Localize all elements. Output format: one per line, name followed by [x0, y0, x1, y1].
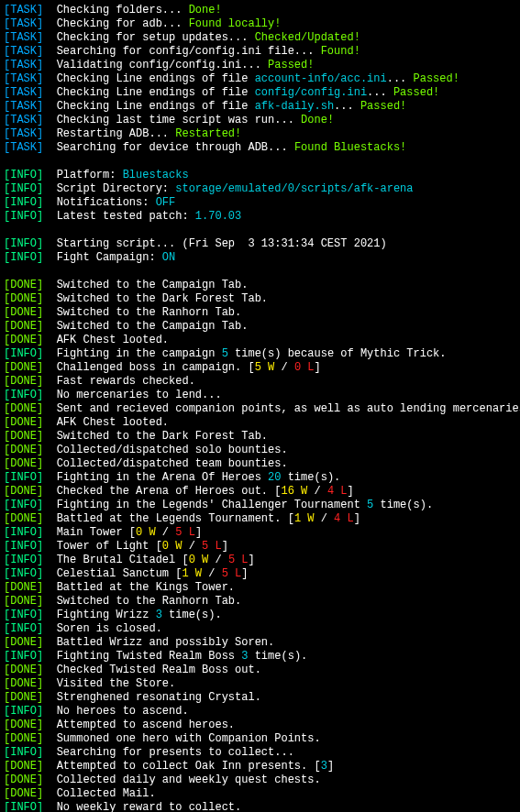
log-text: ...	[367, 86, 393, 99]
log-text: /	[307, 485, 327, 498]
log-tag: [INFO]	[4, 554, 43, 566]
log-text: account-info/acc.ini	[255, 72, 387, 85]
log-text: 0 W	[136, 526, 156, 539]
log-tag: [INFO]	[4, 567, 43, 580]
log-line: [INFO] Platform: Bluestacks	[4, 169, 516, 182]
log-line: [DONE] Attempted to ascend heroes.	[4, 719, 516, 732]
log-tag: [INFO]	[4, 540, 43, 553]
log-text: Switched to the Ranhorn Tab.	[57, 595, 242, 608]
log-text: /	[156, 526, 176, 539]
log-text: time(s).	[373, 499, 433, 511]
log-text: Bluestacks	[123, 169, 189, 181]
log-text: Searching for config/config.ini file...	[57, 45, 321, 58]
log-tag: [DONE]	[4, 485, 43, 498]
log-tag: [INFO]	[4, 196, 43, 209]
log-tag: [INFO]	[4, 210, 43, 223]
log-text: Restarted!	[175, 127, 241, 140]
log-text: Tower of Light [	[57, 540, 162, 553]
log-text: Searching for device through ADB...	[57, 141, 294, 154]
log-line: [TASK] Restarting ADB... Restarted!	[4, 127, 516, 141]
log-line: [INFO] Fighting Twisted Realm Boss 3 tim…	[4, 650, 516, 664]
log-tag: [DONE]	[4, 306, 43, 319]
log-text: Validating config/config.ini...	[57, 59, 268, 71]
log-tag: [DONE]	[4, 787, 43, 800]
log-text: Collected Mail.	[57, 787, 156, 800]
log-text: ]	[248, 554, 254, 566]
log-text: ]	[222, 540, 228, 553]
log-tag: [DONE]	[4, 691, 43, 704]
log-tag: [DONE]	[4, 416, 43, 429]
log-line: [DONE] Summoned one hero with Companion …	[4, 732, 516, 746]
log-text: Latest tested patch:	[57, 210, 195, 223]
log-text: Main Tower [	[57, 526, 136, 539]
log-line: [TASK] Validating config/config.ini... P…	[4, 59, 516, 72]
log-text: time(s).	[162, 609, 222, 621]
log-text: Script Directory:	[57, 182, 176, 195]
log-text: Checked/Updated!	[255, 31, 360, 44]
log-text: No heroes to ascend.	[57, 705, 189, 718]
log-tag: [DONE]	[4, 719, 43, 731]
log-text: 5 W	[255, 361, 275, 374]
log-line	[4, 224, 516, 237]
log-line: [INFO] Latest tested patch: 1.70.03	[4, 210, 516, 224]
log-text: ]	[327, 760, 334, 773]
log-line: [DONE] Attempted to collect Oak Inn pres…	[4, 760, 516, 774]
log-tag: [INFO]	[4, 622, 43, 635]
log-text: Passed!	[414, 72, 459, 85]
log-line: [DONE] Switched to the Ranhorn Tab.	[4, 595, 516, 609]
log-text: No weekly reward to collect.	[57, 801, 242, 812]
log-line: [TASK] Checking for adb... Found locally…	[4, 17, 516, 31]
log-text: ON	[162, 251, 175, 264]
log-text: Switched to the Campaign Tab.	[57, 320, 249, 333]
log-text: Switched to the Dark Forest Tab.	[57, 430, 268, 443]
log-text: Celestial Sanctum [	[57, 567, 183, 580]
log-text: Passed!	[393, 86, 439, 99]
log-line: [DONE] Switched to the Ranhorn Tab.	[4, 306, 516, 320]
log-tag: [DONE]	[4, 512, 43, 525]
log-tag: [TASK]	[4, 100, 43, 113]
log-line: [DONE] Collected/dispatched team bountie…	[4, 457, 516, 471]
log-tag: [TASK]	[4, 45, 43, 58]
log-line: [INFO] Fighting in the Legends' Challeng…	[4, 499, 516, 512]
log-line: [DONE] Strenghened resonating Crystal.	[4, 691, 516, 705]
log-text: /	[314, 512, 334, 525]
log-tag: [INFO]	[4, 347, 43, 360]
log-text: Passed!	[268, 59, 314, 71]
log-text: Fight Campaign:	[57, 251, 162, 264]
log-line: [DONE] AFK Chest looted.	[4, 416, 516, 430]
log-tag: [DONE]	[4, 444, 43, 456]
log-text: ]	[348, 485, 354, 498]
log-line: [INFO] Fighting in the campaign 5 time(s…	[4, 347, 516, 361]
log-tag: [DONE]	[4, 402, 43, 415]
log-text: afk-daily.sh	[255, 100, 334, 113]
log-text: Switched to the Dark Forest Tab.	[57, 292, 268, 305]
log-text: config/config.ini	[255, 86, 367, 99]
log-tag: [INFO]	[4, 182, 43, 195]
log-text: Checking folders...	[57, 4, 189, 16]
log-text: Fighting in the Legends' Challenger Tour…	[57, 499, 367, 511]
log-text: ]	[241, 567, 248, 580]
log-line: [INFO] Fighting in the Arena Of Heroes 2…	[4, 471, 516, 485]
log-text: 0 W	[162, 540, 183, 553]
log-text: Passed!	[360, 100, 406, 113]
log-line: [DONE] Sent and recieved companion point…	[4, 402, 516, 416]
log-text: 0 W	[189, 554, 209, 566]
terminal-output: [TASK] Checking folders... Done![TASK] C…	[4, 4, 516, 812]
log-tag: [TASK]	[4, 17, 43, 30]
log-text: /	[208, 554, 228, 566]
log-line: [INFO] No heroes to ascend.	[4, 705, 516, 719]
log-tag: [DONE]	[4, 375, 43, 388]
log-tag: [TASK]	[4, 4, 43, 16]
log-text: /	[202, 567, 222, 580]
log-tag: [TASK]	[4, 59, 43, 71]
log-text: Platform:	[57, 169, 123, 181]
log-tag: [TASK]	[4, 72, 43, 85]
log-line: [DONE] Battled at the Kings Tower.	[4, 581, 516, 595]
log-text: Checking for setup updates...	[57, 31, 255, 44]
log-text: Fighting Wrizz	[57, 609, 156, 621]
log-text: Found Bluestacks!	[294, 141, 406, 154]
log-tag: [DONE]	[4, 334, 43, 346]
log-line: [INFO] Script Directory: storage/emulate…	[4, 182, 516, 196]
log-tag: [DONE]	[4, 320, 43, 333]
log-text: 3	[156, 609, 162, 621]
